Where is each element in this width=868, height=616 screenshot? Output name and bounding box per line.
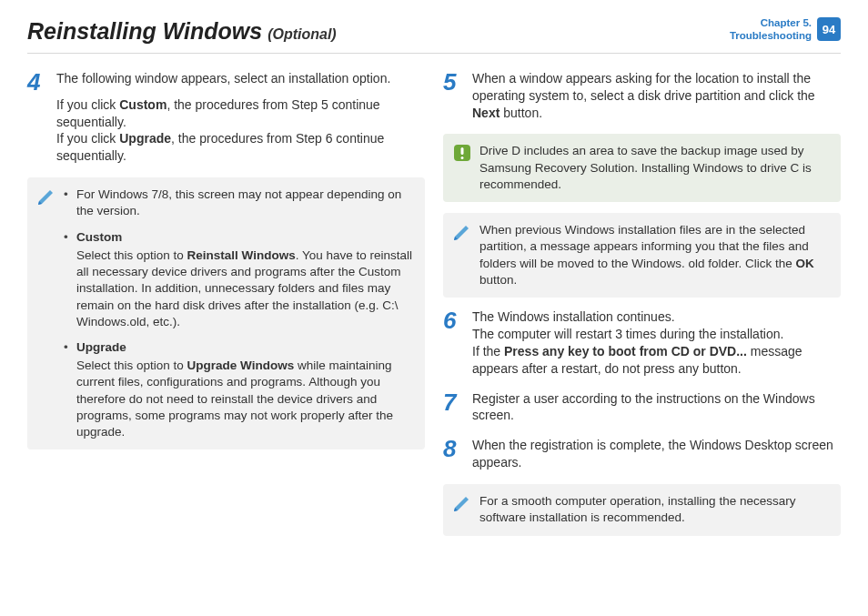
step-7-body: Register a user according to the instruc… — [472, 390, 841, 425]
note-box-step4: For Windows 7/8, this screen may not app… — [27, 177, 425, 449]
step-7-text: Register a user according to the instruc… — [472, 390, 841, 425]
note-box-previous-install: When previous Windows installation files… — [443, 213, 841, 298]
svg-rect-1 — [461, 147, 464, 155]
note-smooth-operation-text: For a smooth computer operation, install… — [479, 493, 830, 526]
note-box-smooth-operation: For a smooth computer operation, install… — [443, 484, 841, 535]
step-4-body: The following window appears, select an … — [56, 70, 425, 165]
step-5-line1: When a window appears asking for the loc… — [472, 70, 841, 122]
step-6-text: The Windows installation continues. The … — [472, 308, 841, 378]
step-number-7: 7 — [443, 390, 461, 425]
alert-icon — [452, 143, 472, 163]
title-subtitle: (Optional) — [267, 25, 337, 45]
step-5: 5 When a window appears asking for the l… — [443, 70, 841, 122]
note-icon — [452, 222, 472, 242]
step-8-body: When the registration is complete, the W… — [472, 437, 841, 471]
content-columns: 4 The following window appears, select a… — [27, 70, 841, 547]
alert-drive-d-text: Drive D includes an area to save the bac… — [479, 143, 830, 193]
step-8-text: When the registration is complete, the W… — [472, 437, 841, 471]
note4-item3: Upgrade Select this option to Upgrade Wi… — [64, 339, 414, 440]
column-right: 5 When a window appears asking for the l… — [443, 70, 841, 547]
step-8: 8 When the registration is complete, the… — [443, 437, 841, 471]
step-5-body: When a window appears asking for the loc… — [472, 70, 841, 122]
column-left: 4 The following window appears, select a… — [27, 70, 425, 547]
page-header: Reinstalling Windows (Optional) Chapter … — [27, 16, 841, 54]
chapter-line1: Chapter 5. — [730, 16, 812, 29]
step-number-4: 4 — [27, 70, 45, 165]
note4-item3-desc: Select this option to Upgrade Windows wh… — [76, 358, 414, 440]
svg-rect-2 — [461, 157, 464, 159]
step-4-line1: The following window appears, select an … — [56, 70, 425, 87]
page-title: Reinstalling Windows (Optional) — [27, 16, 337, 47]
step-4: 4 The following window appears, select a… — [27, 70, 425, 165]
chapter-line2: Troubleshooting — [730, 29, 812, 42]
header-right: Chapter 5. Troubleshooting 94 — [730, 16, 841, 43]
chapter-label: Chapter 5. Troubleshooting — [730, 16, 812, 43]
note-icon — [452, 493, 472, 513]
step-7: 7 Register a user according to the instr… — [443, 390, 841, 425]
step-6: 6 The Windows installation continues. Th… — [443, 308, 841, 378]
step-number-8: 8 — [443, 437, 461, 471]
note-previous-install-text: When previous Windows installation files… — [479, 222, 830, 288]
alert-box-drive-d: Drive D includes an area to save the bac… — [443, 134, 841, 202]
note4-item2: Custom Select this option to Reinstall W… — [64, 229, 414, 330]
title-main: Reinstalling Windows — [27, 16, 262, 47]
step-number-5: 5 — [443, 70, 461, 122]
note-icon — [36, 187, 56, 207]
step-number-6: 6 — [443, 308, 461, 378]
note4-item2-desc: Select this option to Reinstall Windows.… — [76, 247, 414, 330]
note4-item1: For Windows 7/8, this screen may not app… — [64, 187, 414, 219]
page-number: 94 — [817, 17, 841, 41]
step-6-body: The Windows installation continues. The … — [472, 308, 841, 378]
step-4-line2: If you click Custom, the procedures from… — [56, 96, 425, 166]
